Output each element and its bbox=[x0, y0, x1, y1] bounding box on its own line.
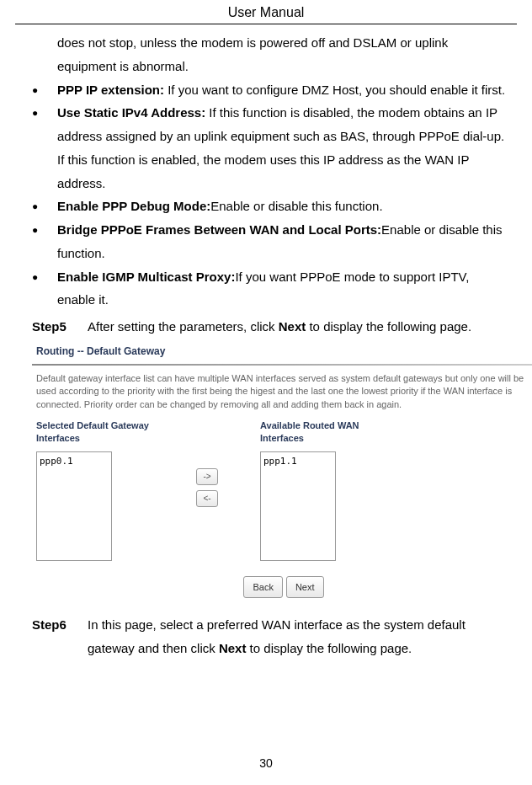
ss-description: Default gateway interface list can have … bbox=[32, 372, 532, 419]
available-wan-listbox[interactable]: ppp1.1 bbox=[260, 451, 336, 561]
step5-line: Step5After setting the parameters, click… bbox=[32, 315, 508, 339]
step5-pre: After setting the parameters, click bbox=[88, 319, 279, 334]
list-item[interactable]: ppp1.1 bbox=[263, 453, 332, 470]
step5-bold: Next bbox=[279, 319, 306, 334]
bullet-rest: Enable or disable this function. bbox=[210, 199, 382, 213]
bullet-igmp-proxy: Enable IGMP Multicast Proxy:If you want … bbox=[57, 265, 508, 312]
step6-line: Step6 In this page, select a preferred W… bbox=[32, 613, 508, 660]
next-button[interactable]: Next bbox=[286, 576, 324, 598]
move-left-button[interactable]: <- bbox=[196, 490, 218, 507]
back-button[interactable]: Back bbox=[243, 576, 282, 598]
move-right-button[interactable]: -> bbox=[196, 468, 218, 485]
main-content: does not stop, unless the modem is power… bbox=[15, 31, 517, 660]
router-screenshot: Routing -- Default Gateway Default gatew… bbox=[32, 340, 532, 601]
bullet-rest: If you want to configure DMZ Host, you s… bbox=[164, 83, 505, 97]
bullet-static-ipv4: Use Static IPv4 Address: If this functio… bbox=[57, 101, 508, 195]
bullet-bridge-pppoe: Bridge PPPoE Frames Between WAN and Loca… bbox=[57, 218, 508, 265]
ss-left-column: Selected Default Gateway Interfaces ppp0… bbox=[36, 419, 154, 561]
bullet-bold: Enable PPP Debug Mode: bbox=[57, 199, 210, 213]
ss-right-label: Available Routed WAN Interfaces bbox=[260, 419, 395, 445]
bullet-ppp-ip-extension: PPP IP extension: If you want to configu… bbox=[57, 78, 508, 102]
step5-text: After setting the parameters, click Next… bbox=[88, 319, 471, 334]
bullet-bold: Bridge PPPoE Frames Between WAN and Loca… bbox=[57, 222, 381, 237]
step6-label: Step6 bbox=[32, 613, 88, 660]
list-item[interactable]: ppp0.1 bbox=[40, 453, 109, 470]
step5-label: Step5 bbox=[32, 315, 88, 339]
bullet-bold: Use Static IPv4 Address: bbox=[57, 105, 205, 120]
page-number: 30 bbox=[0, 756, 532, 770]
step6-bold: Next bbox=[219, 641, 247, 655]
intro-text: does not stop, unless the modem is power… bbox=[57, 31, 508, 78]
step6-post: to display the following page. bbox=[246, 641, 412, 655]
bullet-bold: PPP IP extension: bbox=[57, 83, 164, 97]
selected-gateway-listbox[interactable]: ppp0.1 bbox=[36, 451, 112, 561]
step5-post: to display the following page. bbox=[306, 319, 471, 334]
page-header: User Manual bbox=[15, 0, 517, 24]
bullet-ppp-debug: Enable PPP Debug Mode:Enable or disable … bbox=[57, 195, 508, 218]
ss-middle-buttons: -> <- bbox=[196, 468, 218, 507]
step6-text: In this page, select a preferred WAN int… bbox=[88, 613, 508, 660]
ss-hr bbox=[32, 364, 532, 366]
ss-title: Routing -- Default Gateway bbox=[32, 340, 532, 362]
bullet-bold: Enable IGMP Multicast Proxy: bbox=[57, 270, 235, 284]
ss-left-label: Selected Default Gateway Interfaces bbox=[36, 419, 154, 445]
ss-nav-buttons: Back Next bbox=[32, 576, 532, 601]
ss-columns: Selected Default Gateway Interfaces ppp0… bbox=[32, 419, 532, 561]
ss-right-column: Available Routed WAN Interfaces ppp1.1 bbox=[260, 419, 395, 561]
